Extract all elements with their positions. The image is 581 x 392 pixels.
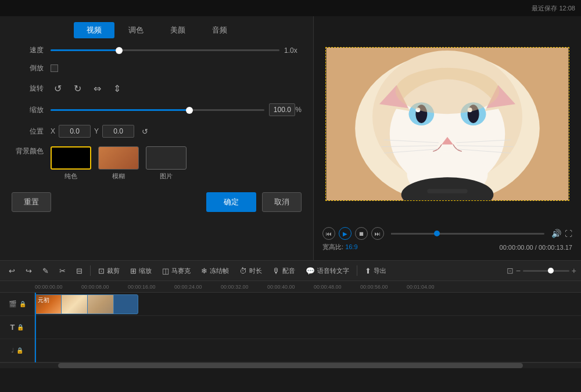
undo-btn[interactable]: ↩	[5, 265, 19, 277]
audio-btn[interactable]: 🎙 配音	[268, 265, 299, 277]
solid-swatch[interactable]	[51, 146, 91, 170]
save-status: 最近保存 12:08	[532, 4, 575, 13]
zoom-out-btn[interactable]: −	[516, 266, 521, 275]
scale-track[interactable]	[51, 109, 264, 111]
stop-btn[interactable]: ⏹	[355, 227, 368, 240]
rotate-label: 旋转	[12, 84, 44, 93]
audio-track-header: ♩ 🔒	[0, 339, 34, 362]
mask-label: 马赛克	[171, 267, 191, 275]
fullscreen-icon[interactable]: ⛶	[565, 229, 572, 238]
progress-bar[interactable]	[391, 233, 544, 235]
ruler-mark-6: 00:00:48.00	[314, 284, 360, 290]
title-track-icon: T	[10, 323, 15, 332]
scale-input[interactable]	[269, 103, 295, 116]
speech-btn[interactable]: 💬 语音转文字	[302, 265, 353, 277]
rotate-controls: ↺ ↻ ⇔ ⇕	[51, 81, 124, 95]
blur-label: 模糊	[112, 172, 125, 181]
y-input[interactable]	[102, 125, 134, 138]
bg-color-row: 背景颜色 纯色 模糊 图片	[12, 146, 302, 181]
fit-btn[interactable]: ⊡	[507, 266, 514, 275]
reset-button[interactable]: 重置	[12, 192, 51, 212]
next-btn[interactable]: ⏭	[371, 227, 384, 240]
blur-swatch[interactable]	[98, 146, 139, 170]
ratio-label: 宽高比:	[322, 243, 343, 250]
cancel-button[interactable]: 取消	[262, 192, 302, 212]
crop-btn[interactable]: ⊡ 裁剪	[94, 265, 124, 277]
cut-btn[interactable]: ✂	[55, 265, 70, 277]
buttons-row: 重置 确定 取消	[12, 192, 302, 212]
preview-container	[322, 25, 572, 222]
image-swatch[interactable]	[146, 146, 187, 170]
tab-color[interactable]: 调色	[116, 22, 156, 38]
rotate-ccw-btn[interactable]: ↺	[51, 81, 64, 95]
divider-2	[357, 265, 357, 276]
ruler-marks: 00:00:00.00 00:00:08.00 00:00:16.00 00:0…	[35, 284, 581, 290]
flip-h-btn[interactable]: ⇔	[90, 81, 104, 95]
mask-btn[interactable]: ◫ 马赛克	[158, 265, 195, 277]
confirm-button[interactable]: 确定	[206, 192, 256, 212]
redo-btn[interactable]: ↪	[21, 265, 36, 277]
info-row: 宽高比: 16:9 00:00:00.00 / 00:00:13.17	[322, 243, 572, 251]
scale-label: 缩放	[12, 105, 44, 115]
time-display: 00:00:00.00 / 00:00:13.17	[500, 244, 572, 251]
zoom-slider[interactable]	[523, 270, 569, 272]
top-bar: 最近保存 12:08	[0, 0, 581, 16]
zoom-in-btn[interactable]: +	[572, 266, 576, 275]
tabs-bar: 视频 调色 美颜 音频	[12, 16, 302, 45]
image-swatch-group: 图片	[146, 146, 187, 181]
timeline-scrollbar[interactable]	[0, 362, 581, 368]
tab-video[interactable]: 视频	[74, 22, 114, 38]
playhead[interactable]	[35, 293, 36, 362]
scrollbar-thumb[interactable]	[58, 363, 523, 368]
playback-controls: ⏮ ▶ ⏹ ⏭ 🔊 ⛶	[322, 227, 572, 240]
audio-track-row	[35, 339, 581, 362]
thumb-2	[62, 295, 88, 314]
volume-icon[interactable]: 🔊	[551, 229, 561, 238]
export-btn[interactable]: ⬆ 导出	[361, 265, 390, 277]
right-panel: ⏮ ▶ ⏹ ⏭ 🔊 ⛶ 宽高比: 16:9 00:00:00.00 / 00:0…	[314, 16, 581, 260]
tab-audio[interactable]: 音频	[199, 22, 240, 38]
clip-label: 元初	[38, 296, 49, 304]
speed-label: 速度	[12, 45, 44, 55]
play-btn[interactable]: ▶	[339, 227, 352, 240]
rewind-btn[interactable]: ⏮	[322, 227, 335, 240]
duration-btn[interactable]: ⏱ 时长	[235, 265, 266, 277]
freeze-label: 冻结帧	[210, 267, 229, 275]
ruler-mark-2: 00:00:16.00	[128, 284, 174, 290]
rotate-row: 旋转 ↺ ↻ ⇔ ⇕	[12, 81, 302, 95]
speech-label: 语音转文字	[317, 267, 349, 275]
scale-slider-wrapper: %	[51, 103, 302, 116]
duration-label: 时长	[249, 267, 262, 275]
cut-icon: ✂	[59, 267, 66, 275]
percent-label: %	[295, 106, 302, 114]
reverse-checkbox[interactable]	[51, 64, 58, 72]
scale-tool-btn[interactable]: ⊞ 缩放	[126, 265, 156, 277]
ruler-mark-1: 00:00:08.00	[81, 284, 128, 290]
reset-position-btn[interactable]: ↺	[138, 124, 152, 138]
lock-icon: 🔒	[19, 301, 26, 307]
timeline-area: 00:00:00.00 00:00:08.00 00:00:16.00 00:0…	[0, 281, 581, 368]
blur-swatch-group: 模糊	[98, 146, 139, 181]
speed-track[interactable]	[51, 49, 279, 51]
confirm-cancel-group: 确定 取消	[206, 192, 302, 212]
crop-icon: ⊡	[98, 267, 105, 275]
ruler-mark-8: 00:01:04.00	[407, 284, 453, 290]
rotate-cw-btn[interactable]: ↻	[70, 81, 84, 95]
ruler-mark-0: 00:00:00.00	[35, 284, 81, 290]
edit-btn[interactable]: ✎	[38, 265, 53, 277]
tab-beauty[interactable]: 美颜	[157, 22, 198, 38]
freeze-btn[interactable]: ❄ 冻结帧	[197, 265, 233, 277]
video-clip[interactable]: 元初	[35, 294, 138, 314]
x-input[interactable]	[59, 125, 91, 138]
svg-rect-24	[427, 189, 467, 193]
ruler-mark-7: 00:00:56.00	[360, 284, 407, 290]
duration-icon: ⏱	[239, 267, 247, 275]
track-content[interactable]: 元初	[35, 293, 581, 362]
redo-icon: ↪	[26, 267, 32, 275]
video-track-row: 元初	[35, 293, 581, 316]
title-track-header: T 🔒	[0, 316, 34, 339]
scale-row: 缩放 %	[12, 103, 302, 116]
delete-btn[interactable]: ⊟	[72, 265, 87, 277]
flip-v-btn[interactable]: ⇕	[110, 81, 124, 95]
solid-label: 纯色	[64, 172, 77, 181]
